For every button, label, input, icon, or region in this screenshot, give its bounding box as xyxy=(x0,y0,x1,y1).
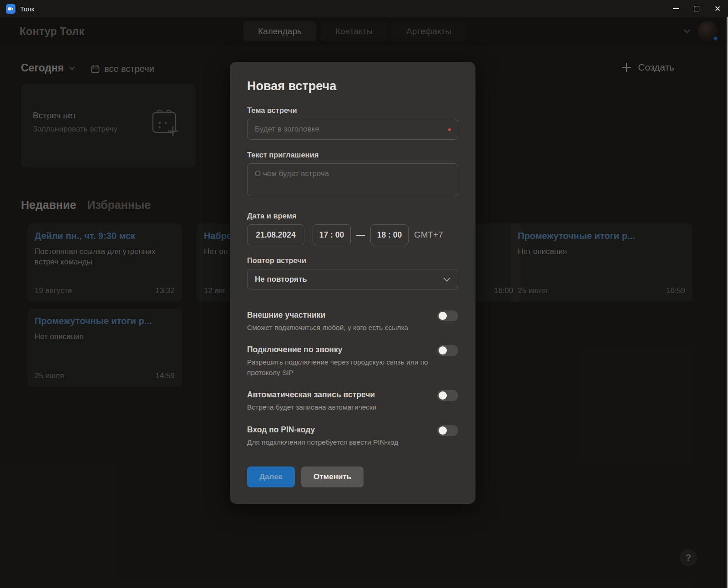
pin-entry-description: Для подключения потребуется ввести PIN-к… xyxy=(247,437,429,447)
maximize-button[interactable] xyxy=(686,0,707,17)
minimize-button[interactable] xyxy=(665,0,686,17)
auto-record-row: Автоматическая запись встречи Встреча бу… xyxy=(247,390,458,412)
end-time-value: 18 : 00 xyxy=(377,230,402,240)
meeting-options: Внешние участники Сможет подключиться лю… xyxy=(247,310,458,447)
datetime-row: 21.08.2024 17 : 00 — 18 : 00 GMT+7 xyxy=(247,224,458,245)
datetime-label: Дата и время xyxy=(247,212,458,220)
pin-entry-label: Вход по PIN-коду xyxy=(247,425,429,435)
chevron-down-icon xyxy=(443,277,450,282)
dial-in-toggle[interactable] xyxy=(437,345,458,356)
pin-entry-toggle[interactable] xyxy=(437,425,458,436)
time-range-dash: — xyxy=(356,230,365,240)
dialog-buttons: Далее Отменить xyxy=(247,466,458,487)
topic-field-wrap xyxy=(247,119,458,140)
repeat-select[interactable]: Не повторять xyxy=(247,269,458,289)
start-time-input[interactable]: 17 : 00 xyxy=(313,224,351,245)
close-button[interactable]: ✕ xyxy=(707,0,728,17)
close-icon: ✕ xyxy=(714,5,721,13)
external-participants-row: Внешние участники Сможет подключиться лю… xyxy=(247,310,458,333)
auto-record-toggle[interactable] xyxy=(437,390,458,401)
external-participants-label: Внешние участники xyxy=(247,310,429,320)
end-time-input[interactable]: 18 : 00 xyxy=(370,224,409,245)
next-button[interactable]: Далее xyxy=(247,466,295,487)
toggle-knob xyxy=(439,426,447,435)
dial-in-label: Подключение по звонку xyxy=(247,345,429,355)
minimize-icon xyxy=(673,8,679,9)
date-input[interactable]: 21.08.2024 xyxy=(247,224,304,245)
pin-entry-row: Вход по PIN-коду Для подключения потребу… xyxy=(247,425,458,447)
auto-record-description: Встреча будет записана автоматически xyxy=(247,402,429,412)
topic-input[interactable] xyxy=(247,119,458,140)
external-participants-description: Сможет подключиться любой, у кого есть с… xyxy=(247,323,429,333)
dialog-title: Новая встреча xyxy=(247,79,458,93)
start-time-value: 17 : 00 xyxy=(319,230,344,240)
dial-in-description: Разрешить подключение через городскую св… xyxy=(247,357,429,378)
invite-textarea[interactable] xyxy=(247,163,458,196)
required-dot-icon xyxy=(448,128,451,131)
topic-label: Тема встречи xyxy=(247,106,458,115)
titlebar: Толк ✕ xyxy=(0,0,728,17)
toggle-knob xyxy=(439,391,447,400)
date-value: 21.08.2024 xyxy=(256,230,296,240)
dial-in-row: Подключение по звонку Разрешить подключе… xyxy=(247,345,458,378)
maximize-icon xyxy=(694,6,699,11)
window-title: Толк xyxy=(20,5,34,13)
external-participants-toggle[interactable] xyxy=(437,310,458,321)
toggle-knob xyxy=(439,312,447,320)
repeat-value: Не повторять xyxy=(255,275,307,284)
toggle-knob xyxy=(439,346,447,355)
cancel-button[interactable]: Отменить xyxy=(301,466,364,487)
window-controls: ✕ xyxy=(665,0,728,17)
invite-label: Текст приглашения xyxy=(247,151,458,159)
app-logo-icon xyxy=(6,4,15,14)
timezone-label: GMT+7 xyxy=(414,230,443,240)
repeat-label: Повтор встречи xyxy=(247,256,458,265)
auto-record-label: Автоматическая запись встречи xyxy=(247,390,429,400)
new-meeting-dialog: Новая встреча Тема встречи Текст приглаш… xyxy=(230,62,475,504)
